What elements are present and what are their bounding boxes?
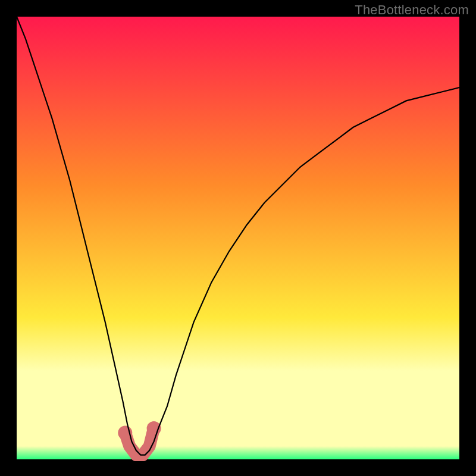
bottleneck-chart	[0, 0, 476, 476]
chart-frame: { "watermark": "TheBottleneck.com", "col…	[0, 0, 476, 476]
watermark-text: TheBottleneck.com	[355, 2, 469, 18]
